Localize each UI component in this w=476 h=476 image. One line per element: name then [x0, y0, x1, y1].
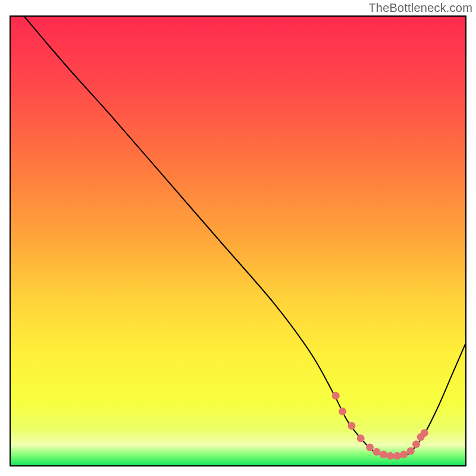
- optimal-marker: [366, 443, 374, 451]
- optimal-marker: [332, 392, 340, 400]
- optimal-marker: [407, 447, 415, 455]
- optimal-marker: [400, 450, 408, 458]
- curve-layer: [11, 17, 465, 465]
- optimal-marker: [357, 434, 365, 442]
- watermark-text: TheBottleneck.com: [368, 1, 472, 15]
- chart-container: TheBottleneck.com: [0, 0, 476, 476]
- optimal-marker: [386, 452, 394, 460]
- optimal-marker: [393, 452, 401, 460]
- optimal-marker: [421, 429, 428, 437]
- optimal-marker: [348, 422, 356, 430]
- optimal-marker: [412, 440, 420, 448]
- optimal-marker: [339, 408, 346, 415]
- optimal-marker: [373, 448, 381, 456]
- plot-area: [10, 15, 466, 466]
- optimal-marker: [380, 450, 387, 458]
- bottleneck-curve: [11, 17, 465, 457]
